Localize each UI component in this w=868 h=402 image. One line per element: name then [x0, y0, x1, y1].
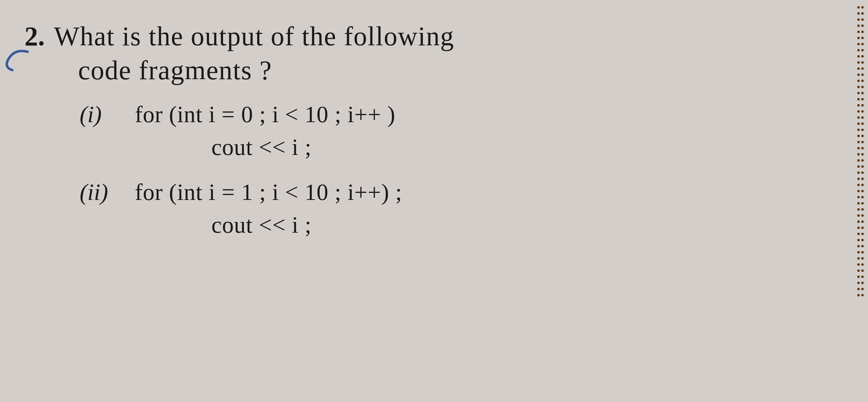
dot-pair: [857, 43, 864, 45]
code-item-2: (ii) for (int i = 1 ; i < 10 ; i++) ; co…: [80, 179, 828, 238]
dot-pair: [857, 275, 864, 278]
border-dot: [861, 208, 864, 211]
border-dot: [857, 171, 860, 174]
border-dot: [861, 221, 864, 223]
border-dot: [861, 86, 864, 88]
border-dot: [857, 123, 860, 125]
border-dot: [861, 123, 864, 125]
border-dot: [857, 25, 860, 27]
border-dot: [861, 202, 864, 204]
dot-pair: [857, 31, 864, 33]
dot-pair: [857, 67, 864, 70]
code-item-2-line1: for (int i = 1 ; i < 10 ; i++) ;: [135, 179, 402, 205]
border-dot: [861, 37, 864, 39]
dot-pair: [857, 98, 864, 100]
dot-pair: [857, 221, 864, 223]
border-dot: [861, 67, 864, 70]
border-dot: [857, 196, 860, 198]
dot-pair: [857, 196, 864, 198]
border-dot: [861, 282, 864, 284]
dot-pair: [857, 165, 864, 168]
dot-pair: [857, 135, 864, 137]
border-dot: [861, 269, 864, 272]
border-dot: [861, 251, 864, 254]
question-text-line2: code fragments ?: [78, 56, 272, 85]
dot-pair: [857, 214, 864, 217]
border-dot: [861, 61, 864, 64]
dot-pair: [857, 227, 864, 229]
dot-pair: [857, 257, 864, 260]
dot-pair: [857, 79, 864, 82]
border-dot: [861, 257, 864, 260]
border-dot: [861, 110, 864, 113]
border-dot: [857, 239, 860, 241]
dot-pair: [857, 233, 864, 235]
border-dot: [861, 104, 864, 106]
border-dot: [861, 55, 864, 58]
border-dot: [857, 79, 860, 82]
dot-pair: [857, 251, 864, 254]
border-dot: [857, 227, 860, 229]
border-dot: [861, 275, 864, 278]
question-header-line1: 2. What is the output of the following: [25, 19, 828, 55]
border-dot: [857, 86, 860, 88]
border-dot: [857, 110, 860, 113]
curl-mark: [0, 45, 34, 76]
border-dot: [861, 43, 864, 45]
border-dot: [857, 67, 860, 70]
dot-pair: [857, 288, 864, 290]
dot-pair: [857, 239, 864, 241]
border-dot: [857, 104, 860, 106]
code-item-1-label: (i): [80, 101, 120, 128]
dot-pair: [857, 184, 864, 186]
border-dot: [861, 184, 864, 186]
border-dot: [861, 98, 864, 100]
border-dot: [861, 159, 864, 162]
dot-pair: [857, 245, 864, 247]
main-content: 2. What is the output of the following c…: [0, 0, 853, 402]
border-dot: [861, 214, 864, 217]
border-dot: [861, 177, 864, 180]
dot-pair: [857, 116, 864, 119]
border-dot: [857, 269, 860, 272]
border-dot: [861, 294, 864, 296]
right-border: [853, 0, 868, 402]
dot-pair: [857, 141, 864, 143]
border-dot: [857, 73, 860, 76]
border-dot: [857, 147, 860, 149]
dot-pair: [857, 153, 864, 156]
dot-pair: [857, 6, 864, 8]
border-dot: [857, 98, 860, 100]
border-dot: [861, 171, 864, 174]
dot-pair: [857, 104, 864, 106]
border-dot: [857, 19, 860, 21]
dot-pair: [857, 92, 864, 94]
border-dot: [861, 196, 864, 198]
border-dot: [861, 153, 864, 156]
page-container: 2. What is the output of the following c…: [0, 0, 868, 402]
border-dot: [857, 135, 860, 137]
dot-pair: [857, 294, 864, 296]
border-dot: [857, 214, 860, 217]
border-dot: [861, 227, 864, 229]
border-dot: [861, 31, 864, 33]
border-dot: [861, 288, 864, 290]
border-dot: [857, 177, 860, 180]
question-block: 2. What is the output of the following c…: [25, 19, 828, 86]
border-dot: [857, 184, 860, 186]
border-dot: [857, 208, 860, 211]
code-item-1-row: (i) for (int i = 0 ; i < 10 ; i++ ): [80, 101, 828, 128]
dot-pair: [857, 61, 864, 64]
border-dot: [861, 165, 864, 168]
dot-pair: [857, 159, 864, 162]
code-item-2-label: (ii): [80, 179, 120, 205]
dot-pair: [857, 202, 864, 204]
dot-pair: [857, 208, 864, 211]
dot-pair: [857, 190, 864, 192]
border-dot: [857, 31, 860, 33]
dot-pair: [857, 73, 864, 76]
border-dot: [861, 129, 864, 131]
border-dot: [857, 282, 860, 284]
border-dot: [857, 294, 860, 296]
dot-pair: [857, 37, 864, 39]
